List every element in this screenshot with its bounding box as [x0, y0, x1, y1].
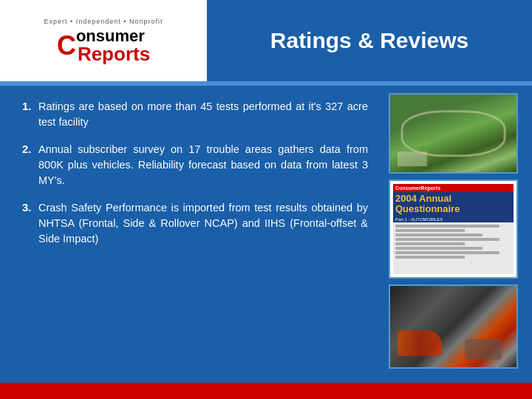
q-line-3: [395, 233, 482, 236]
list-number-2: 2.: [22, 142, 38, 155]
questionnaire-image: ConsumerReports 2004 Annual Questionnair…: [389, 180, 518, 279]
q-year: 2004: [395, 193, 417, 204]
header: Expert • Independent • Nonprofit C onsum…: [0, 0, 532, 81]
q-header: ConsumerReports: [393, 184, 514, 192]
q-line-4: [395, 238, 499, 241]
logo-main: C onsumer Reports: [57, 28, 150, 64]
q-line-8: [395, 256, 465, 259]
q-line-6: [395, 247, 482, 250]
logo-tagline: Expert • Independent • Nonprofit: [44, 18, 163, 25]
track-image: [389, 93, 518, 174]
list-text-3: Crash Safety Performance is imported fro…: [38, 200, 368, 247]
list-item-1: 1. Ratings are based on more than 45 tes…: [22, 99, 368, 130]
slide-title: Ratings & Reviews: [270, 28, 468, 53]
main-content: 1. Ratings are based on more than 45 tes…: [0, 86, 532, 383]
logo-area: Expert • Independent • Nonprofit C onsum…: [0, 0, 207, 81]
logo-reports: Reports: [78, 44, 150, 64]
list-text-2: Annual subscriber survey on 17 trouble a…: [38, 142, 368, 188]
title-area: Ratings & Reviews: [207, 0, 532, 81]
logo-text-block: onsumer Reports: [76, 28, 150, 64]
q-title: 2004 Annual Questionnaire: [393, 192, 514, 216]
q-line-1: [395, 225, 499, 228]
q-line-5: [395, 242, 465, 245]
q-line-7: [395, 251, 499, 254]
images-area: ConsumerReports 2004 Annual Questionnair…: [384, 86, 532, 383]
q-line-2: [395, 229, 465, 232]
list-text-1: Ratings are based on more than 45 tests …: [38, 99, 368, 130]
logo-onsumer: onsumer: [76, 28, 145, 44]
text-area: 1. Ratings are based on more than 45 tes…: [0, 86, 384, 383]
track-image-visual: [390, 95, 516, 172]
list-item-3: 3. Crash Safety Performance is imported …: [22, 200, 368, 247]
list-number-3: 3.: [22, 200, 38, 214]
crash-image: [389, 284, 518, 369]
bottom-bar: [0, 383, 532, 399]
crash-image-visual: [390, 286, 516, 367]
q-subtitle: Part 1 - AUTOMOBILES: [393, 216, 514, 222]
list-item-2: 2. Annual subscriber survey on 17 troubl…: [22, 142, 368, 188]
slide: Expert • Independent • Nonprofit C onsum…: [0, 0, 532, 399]
list-number-1: 1.: [22, 99, 38, 112]
q-body: [393, 222, 514, 274]
questionnaire-visual: ConsumerReports 2004 Annual Questionnair…: [390, 181, 516, 277]
logo-letter-c: C: [57, 33, 76, 59]
